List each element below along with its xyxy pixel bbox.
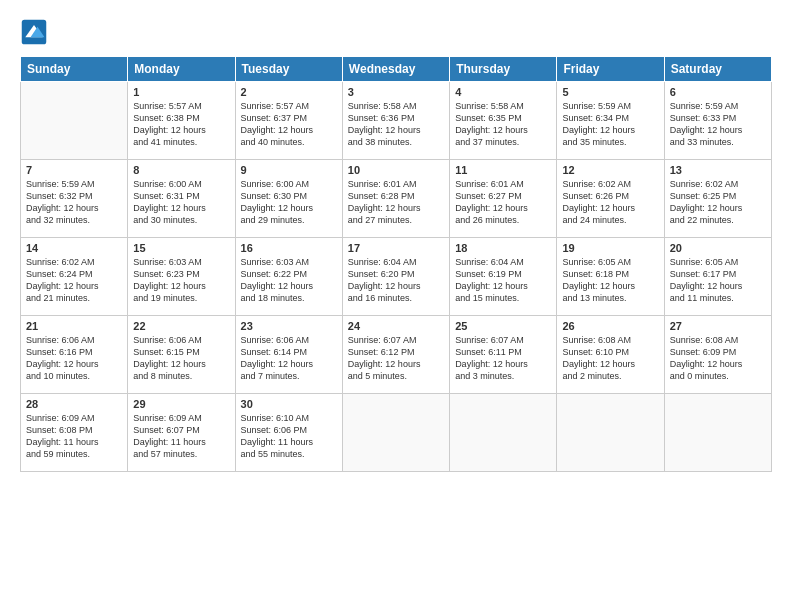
day-info: Sunrise: 6:01 AM Sunset: 6:27 PM Dayligh…: [455, 178, 551, 227]
day-info: Sunrise: 6:07 AM Sunset: 6:12 PM Dayligh…: [348, 334, 444, 383]
day-number: 9: [241, 164, 337, 176]
day-cell: 16Sunrise: 6:03 AM Sunset: 6:22 PM Dayli…: [235, 238, 342, 316]
day-cell: 12Sunrise: 6:02 AM Sunset: 6:26 PM Dayli…: [557, 160, 664, 238]
day-cell: [557, 394, 664, 472]
week-row-4: 21Sunrise: 6:06 AM Sunset: 6:16 PM Dayli…: [21, 316, 772, 394]
logo: [20, 18, 52, 46]
logo-icon: [20, 18, 48, 46]
week-row-3: 14Sunrise: 6:02 AM Sunset: 6:24 PM Dayli…: [21, 238, 772, 316]
day-number: 8: [133, 164, 229, 176]
weekday-sunday: Sunday: [21, 57, 128, 82]
weekday-tuesday: Tuesday: [235, 57, 342, 82]
day-number: 30: [241, 398, 337, 410]
day-number: 3: [348, 86, 444, 98]
weekday-saturday: Saturday: [664, 57, 771, 82]
day-cell: 10Sunrise: 6:01 AM Sunset: 6:28 PM Dayli…: [342, 160, 449, 238]
day-number: 15: [133, 242, 229, 254]
week-row-1: 1Sunrise: 5:57 AM Sunset: 6:38 PM Daylig…: [21, 82, 772, 160]
day-cell: 23Sunrise: 6:06 AM Sunset: 6:14 PM Dayli…: [235, 316, 342, 394]
calendar: SundayMondayTuesdayWednesdayThursdayFrid…: [20, 56, 772, 472]
day-number: 19: [562, 242, 658, 254]
day-info: Sunrise: 6:02 AM Sunset: 6:25 PM Dayligh…: [670, 178, 766, 227]
page: SundayMondayTuesdayWednesdayThursdayFrid…: [0, 0, 792, 612]
week-row-5: 28Sunrise: 6:09 AM Sunset: 6:08 PM Dayli…: [21, 394, 772, 472]
day-number: 10: [348, 164, 444, 176]
day-cell: 6Sunrise: 5:59 AM Sunset: 6:33 PM Daylig…: [664, 82, 771, 160]
day-number: 25: [455, 320, 551, 332]
day-info: Sunrise: 6:09 AM Sunset: 6:08 PM Dayligh…: [26, 412, 122, 461]
day-info: Sunrise: 6:02 AM Sunset: 6:26 PM Dayligh…: [562, 178, 658, 227]
day-info: Sunrise: 5:59 AM Sunset: 6:32 PM Dayligh…: [26, 178, 122, 227]
day-number: 28: [26, 398, 122, 410]
day-info: Sunrise: 5:57 AM Sunset: 6:38 PM Dayligh…: [133, 100, 229, 149]
weekday-header-row: SundayMondayTuesdayWednesdayThursdayFrid…: [21, 57, 772, 82]
day-info: Sunrise: 6:08 AM Sunset: 6:09 PM Dayligh…: [670, 334, 766, 383]
day-info: Sunrise: 6:04 AM Sunset: 6:19 PM Dayligh…: [455, 256, 551, 305]
day-info: Sunrise: 6:08 AM Sunset: 6:10 PM Dayligh…: [562, 334, 658, 383]
day-cell: 7Sunrise: 5:59 AM Sunset: 6:32 PM Daylig…: [21, 160, 128, 238]
weekday-monday: Monday: [128, 57, 235, 82]
day-number: 22: [133, 320, 229, 332]
day-info: Sunrise: 6:05 AM Sunset: 6:18 PM Dayligh…: [562, 256, 658, 305]
day-number: 29: [133, 398, 229, 410]
day-number: 4: [455, 86, 551, 98]
day-cell: 3Sunrise: 5:58 AM Sunset: 6:36 PM Daylig…: [342, 82, 449, 160]
day-number: 2: [241, 86, 337, 98]
day-info: Sunrise: 6:00 AM Sunset: 6:30 PM Dayligh…: [241, 178, 337, 227]
day-number: 11: [455, 164, 551, 176]
day-number: 27: [670, 320, 766, 332]
day-number: 7: [26, 164, 122, 176]
day-number: 5: [562, 86, 658, 98]
day-cell: 24Sunrise: 6:07 AM Sunset: 6:12 PM Dayli…: [342, 316, 449, 394]
day-info: Sunrise: 6:00 AM Sunset: 6:31 PM Dayligh…: [133, 178, 229, 227]
day-info: Sunrise: 6:06 AM Sunset: 6:14 PM Dayligh…: [241, 334, 337, 383]
day-info: Sunrise: 6:05 AM Sunset: 6:17 PM Dayligh…: [670, 256, 766, 305]
week-row-2: 7Sunrise: 5:59 AM Sunset: 6:32 PM Daylig…: [21, 160, 772, 238]
day-info: Sunrise: 6:06 AM Sunset: 6:16 PM Dayligh…: [26, 334, 122, 383]
day-number: 17: [348, 242, 444, 254]
day-number: 12: [562, 164, 658, 176]
day-cell: [21, 82, 128, 160]
day-cell: 28Sunrise: 6:09 AM Sunset: 6:08 PM Dayli…: [21, 394, 128, 472]
day-number: 14: [26, 242, 122, 254]
day-info: Sunrise: 6:10 AM Sunset: 6:06 PM Dayligh…: [241, 412, 337, 461]
header: [20, 18, 772, 46]
day-info: Sunrise: 6:09 AM Sunset: 6:07 PM Dayligh…: [133, 412, 229, 461]
day-info: Sunrise: 5:59 AM Sunset: 6:33 PM Dayligh…: [670, 100, 766, 149]
day-cell: 11Sunrise: 6:01 AM Sunset: 6:27 PM Dayli…: [450, 160, 557, 238]
day-info: Sunrise: 5:58 AM Sunset: 6:36 PM Dayligh…: [348, 100, 444, 149]
day-cell: [664, 394, 771, 472]
day-number: 13: [670, 164, 766, 176]
day-cell: 2Sunrise: 5:57 AM Sunset: 6:37 PM Daylig…: [235, 82, 342, 160]
day-cell: 17Sunrise: 6:04 AM Sunset: 6:20 PM Dayli…: [342, 238, 449, 316]
day-cell: 18Sunrise: 6:04 AM Sunset: 6:19 PM Dayli…: [450, 238, 557, 316]
day-info: Sunrise: 5:59 AM Sunset: 6:34 PM Dayligh…: [562, 100, 658, 149]
day-info: Sunrise: 6:03 AM Sunset: 6:22 PM Dayligh…: [241, 256, 337, 305]
day-cell: 19Sunrise: 6:05 AM Sunset: 6:18 PM Dayli…: [557, 238, 664, 316]
weekday-thursday: Thursday: [450, 57, 557, 82]
day-number: 1: [133, 86, 229, 98]
day-number: 16: [241, 242, 337, 254]
day-cell: 21Sunrise: 6:06 AM Sunset: 6:16 PM Dayli…: [21, 316, 128, 394]
day-cell: 30Sunrise: 6:10 AM Sunset: 6:06 PM Dayli…: [235, 394, 342, 472]
day-cell: 8Sunrise: 6:00 AM Sunset: 6:31 PM Daylig…: [128, 160, 235, 238]
day-info: Sunrise: 5:58 AM Sunset: 6:35 PM Dayligh…: [455, 100, 551, 149]
day-cell: [450, 394, 557, 472]
day-cell: 15Sunrise: 6:03 AM Sunset: 6:23 PM Dayli…: [128, 238, 235, 316]
day-cell: 25Sunrise: 6:07 AM Sunset: 6:11 PM Dayli…: [450, 316, 557, 394]
day-cell: [342, 394, 449, 472]
day-cell: 9Sunrise: 6:00 AM Sunset: 6:30 PM Daylig…: [235, 160, 342, 238]
weekday-wednesday: Wednesday: [342, 57, 449, 82]
day-info: Sunrise: 6:07 AM Sunset: 6:11 PM Dayligh…: [455, 334, 551, 383]
day-cell: 22Sunrise: 6:06 AM Sunset: 6:15 PM Dayli…: [128, 316, 235, 394]
day-info: Sunrise: 5:57 AM Sunset: 6:37 PM Dayligh…: [241, 100, 337, 149]
day-cell: 26Sunrise: 6:08 AM Sunset: 6:10 PM Dayli…: [557, 316, 664, 394]
day-number: 6: [670, 86, 766, 98]
day-cell: 14Sunrise: 6:02 AM Sunset: 6:24 PM Dayli…: [21, 238, 128, 316]
day-info: Sunrise: 6:01 AM Sunset: 6:28 PM Dayligh…: [348, 178, 444, 227]
day-cell: 29Sunrise: 6:09 AM Sunset: 6:07 PM Dayli…: [128, 394, 235, 472]
weekday-friday: Friday: [557, 57, 664, 82]
day-cell: 13Sunrise: 6:02 AM Sunset: 6:25 PM Dayli…: [664, 160, 771, 238]
day-number: 18: [455, 242, 551, 254]
day-cell: 4Sunrise: 5:58 AM Sunset: 6:35 PM Daylig…: [450, 82, 557, 160]
